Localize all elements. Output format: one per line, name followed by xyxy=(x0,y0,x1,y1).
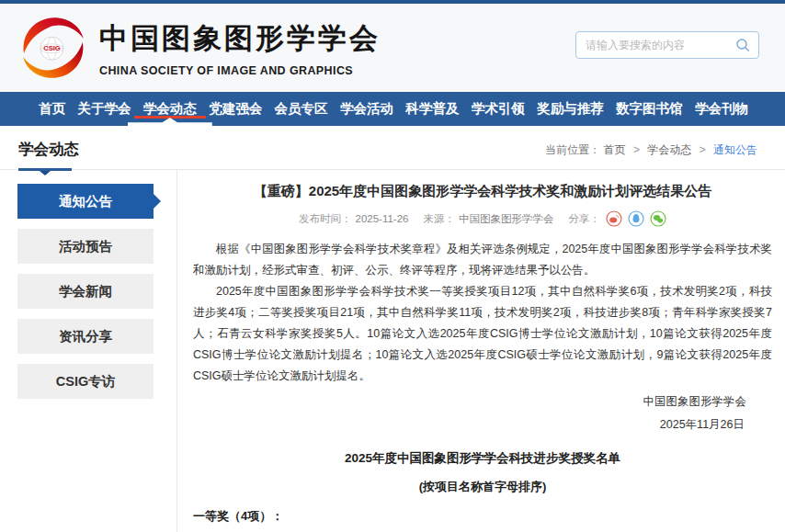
article-title: 【重磅】2025年度中国图象图形学学会科学技术奖和激励计划评选结果公告 xyxy=(193,183,772,200)
breadcrumb-label: 当前位置： xyxy=(545,143,600,156)
search-button[interactable] xyxy=(735,38,751,53)
article-paragraph: 根据《中国图象图形学学会科学技术奖章程》及相关评选条例规定，2025年度中国图象… xyxy=(193,239,772,281)
nav-item-activities[interactable]: 学会活动 xyxy=(336,92,397,126)
nav-item-journals[interactable]: 学会刊物 xyxy=(691,92,752,126)
nav-item-news[interactable]: 学会动态 xyxy=(140,92,200,126)
nav-item-label: 学术引领 xyxy=(472,100,525,118)
breadcrumb-separator: > xyxy=(700,143,706,156)
sidebar-item-label: CSIG专访 xyxy=(56,373,115,391)
sidebar-item-notices[interactable]: 通知公告 xyxy=(17,184,154,219)
nav-item-library[interactable]: 数字图书馆 xyxy=(612,92,687,126)
nav-item-party[interactable]: 党建强会 xyxy=(205,92,266,126)
breadcrumb-separator: > xyxy=(633,143,640,156)
source-value: 中国图象图形学学会 xyxy=(459,212,554,226)
nav-item-label: 党建强会 xyxy=(209,100,262,118)
article-signoff: 中国图象图形学学会 2025年11月26日 xyxy=(193,391,772,436)
publish-time-value: 2025-11-26 xyxy=(356,213,409,224)
sidebar-item-label: 通知公告 xyxy=(59,193,112,210)
logo-text: 中国图象图形学学会 CHINA SOCIETY OF IMAGE AND GRA… xyxy=(99,19,381,77)
share-qq-button[interactable] xyxy=(628,210,644,227)
sidebar-item-society-news[interactable]: 学会新闻 xyxy=(17,274,154,309)
section-title-wrap: 学会动态 xyxy=(18,140,79,169)
award-list-heading: 2025年度中国图象图形学学会科技进步奖授奖名单 xyxy=(193,450,772,467)
weibo-icon xyxy=(606,210,622,227)
main-nav: 首页 关于学会 学会动态 党建强会 会员专区 学会活动 科学普及 学术引领 奖励… xyxy=(0,92,785,126)
logo-title-en: CHINA SOCIETY OF IMAGE AND GRAPHICS xyxy=(99,64,381,77)
svg-text:CSIG: CSIG xyxy=(43,44,61,52)
sidebar-item-info-share[interactable]: 资讯分享 xyxy=(17,319,154,354)
active-nav-caret xyxy=(128,118,212,126)
sidebar-item-previews[interactable]: 活动预告 xyxy=(17,229,154,264)
publish-time-label: 发布时间： xyxy=(299,212,352,226)
share-icons xyxy=(606,210,666,227)
search-box xyxy=(575,31,759,59)
nav-item-label: 科学普及 xyxy=(405,100,459,118)
nav-item-label: 数字图书馆 xyxy=(616,100,683,118)
breadcrumb: 当前位置： 首页 > 学会动态 > 通知公告 xyxy=(545,142,757,169)
nav-item-academic[interactable]: 学术引领 xyxy=(468,92,529,126)
award-level-heading: 一等奖（4项）： xyxy=(193,508,772,525)
article-meta: 发布时间： 2025-11-26 来源： 中国图象图形学学会 分享： xyxy=(193,210,772,227)
sidebar-item-label: 资讯分享 xyxy=(59,328,112,345)
article-content: 【重磅】2025年度中国图象图形学学会科学技术奖和激励计划评选结果公告 发布时间… xyxy=(177,170,785,532)
article-paragraph: 2025年度中国图象图形学学会科学技术奖一等奖授奖项目12项，其中自然科学奖6项… xyxy=(193,281,772,387)
nav-item-home[interactable]: 首页 xyxy=(35,92,69,126)
nav-item-label: 首页 xyxy=(39,100,65,118)
nav-item-label: 学会刊物 xyxy=(695,100,748,118)
nav-item-label: 奖励与推荐 xyxy=(537,100,604,118)
breadcrumb-current[interactable]: 通知公告 xyxy=(713,143,757,156)
breadcrumb-home[interactable]: 首页 xyxy=(604,143,626,156)
sidebar: 通知公告 活动预告 学会新闻 资讯分享 CSIG专访 xyxy=(0,170,177,532)
nav-item-label: 会员专区 xyxy=(275,100,328,118)
nav-item-awards[interactable]: 奖励与推荐 xyxy=(533,92,608,126)
sidebar-item-label: 活动预告 xyxy=(59,238,112,255)
logo-title-cn: 中国图象图形学学会 xyxy=(99,19,381,58)
share-weibo-button[interactable] xyxy=(606,210,622,227)
nav-item-science[interactable]: 科学普及 xyxy=(402,92,462,126)
page-title-caret xyxy=(40,171,51,175)
site-header: CSIG 中国图象图形学学会 CHINA SOCIETY OF IMAGE AN… xyxy=(0,4,785,92)
csig-logo-icon: CSIG xyxy=(18,13,88,83)
nav-item-members[interactable]: 会员专区 xyxy=(271,92,332,126)
search-icon xyxy=(735,38,751,53)
nav-item-about[interactable]: 关于学会 xyxy=(74,92,134,126)
nav-item-label: 学会活动 xyxy=(340,100,393,118)
signoff-org: 中国图象图形学学会 xyxy=(193,391,746,413)
page-title: 学会动态 xyxy=(18,140,79,168)
site-logo[interactable]: CSIG 中国图象图形学学会 CHINA SOCIETY OF IMAGE AN… xyxy=(18,13,381,83)
share-wechat-button[interactable] xyxy=(650,210,666,227)
nav-item-label: 关于学会 xyxy=(77,100,131,118)
signoff-date: 2025年11月26日 xyxy=(193,413,746,436)
award-list-subheading: (按项目名称首字母排序) xyxy=(193,479,772,495)
wechat-icon xyxy=(650,210,666,227)
page-title-underline xyxy=(18,168,72,171)
sidebar-active-arrow-icon xyxy=(153,193,161,209)
breadcrumb-section[interactable]: 学会动态 xyxy=(647,143,691,156)
share-label: 分享： xyxy=(568,212,600,226)
sidebar-item-csig-interview[interactable]: CSIG专访 xyxy=(17,364,154,399)
main-area: 通知公告 活动预告 学会新闻 资讯分享 CSIG专访 【重磅】2025年度中国图… xyxy=(0,170,785,532)
search-input[interactable] xyxy=(586,39,735,51)
qq-icon xyxy=(628,210,644,227)
sidebar-item-label: 学会新闻 xyxy=(59,283,112,300)
source-label: 来源： xyxy=(423,212,455,226)
breadcrumb-row: 学会动态 当前位置： 首页 > 学会动态 > 通知公告 xyxy=(0,126,785,170)
